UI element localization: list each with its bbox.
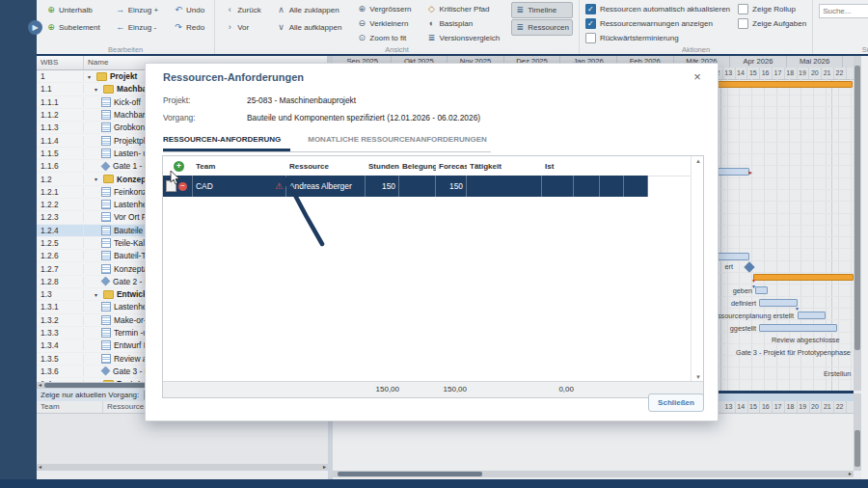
button-redo[interactable]: ↷Redo: [170, 19, 208, 36]
add-resource-icon[interactable]: +: [174, 161, 184, 172]
scroll-left-icon[interactable]: ◄: [38, 382, 42, 389]
wbs-cell: 1.2.4: [37, 226, 84, 235]
button-kritischer-pfad[interactable]: ◇Kritischer Pfad: [423, 2, 504, 15]
wbs-cell: 1.2.1: [37, 187, 84, 197]
scroll-left-icon[interactable]: ◄: [38, 464, 42, 471]
button-alle-aufklappen[interactable]: ∨Alle aufklappen: [273, 19, 346, 36]
button-vergr-ssern[interactable]: ⊕Vergrössern: [353, 2, 415, 15]
gantt-task-bar[interactable]: [759, 324, 837, 332]
checkbox-ressourcenwarnungen-anzeigen[interactable]: ✓: [585, 18, 596, 29]
week-22: 22: [833, 401, 847, 413]
button-unterhalb[interactable]: ⊕Unterhalb: [42, 2, 104, 18]
action-toggle-ressourcen-automatisch-aktualisieren[interactable]: ✓Ressourcen automatisch aktualisieren: [585, 2, 730, 15]
wbs-cell: 1.3: [37, 289, 84, 299]
gantt-task-bar[interactable]: [759, 299, 798, 307]
table-vertical-scrollbar[interactable]: ▲ ▼: [691, 156, 703, 382]
project-value: 25-083 - Maschinenbauprojekt: [247, 95, 356, 105]
indent-left-icon: ←: [116, 23, 125, 32]
gantt-milestone[interactable]: [744, 261, 754, 272]
button-zur-ck[interactable]: ‹Zurück: [221, 2, 264, 18]
row-cell-9: [600, 176, 624, 197]
button-vor[interactable]: ›Vor: [221, 19, 264, 36]
wbs-cell: 1.2.6: [37, 251, 84, 260]
week-19: 19: [797, 68, 810, 79]
expand-arrow-icon[interactable]: ▾: [95, 291, 100, 298]
button-alle-zuklappen[interactable]: ∧Alle zuklappen: [273, 2, 346, 18]
button-subelement[interactable]: ⊕Subelement: [42, 19, 104, 36]
task-icon: [101, 122, 111, 132]
checkbox-zeige-aufgaben[interactable]: [738, 18, 748, 29]
version-compare-icon: ≣: [427, 34, 437, 42]
button-ressourcen[interactable]: ≣Ressourcen: [511, 19, 573, 36]
action-toggle-r-ckw-rtsterminierung[interactable]: Rückwärtsterminierung: [585, 31, 730, 44]
expand-arrow-icon[interactable]: ▾: [88, 73, 94, 80]
expand-arrow-icon[interactable]: ▾: [95, 86, 100, 93]
week-18: 18: [784, 401, 798, 413]
row-icons-cell: −: [163, 176, 193, 197]
button-verkleinern[interactable]: ⊖Verkleinern: [353, 16, 415, 30]
gantt-vertical-scrollbar[interactable]: [854, 56, 861, 391]
button-einzug[interactable]: →Einzug +: [112, 2, 162, 18]
folder-icon: [103, 175, 114, 183]
action-toggle-zeige-aufgaben[interactable]: Zeige Aufgaben: [738, 16, 806, 30]
requirement-row[interactable]: −CAD⚠Andreas Alberger150150: [163, 176, 648, 197]
milestone-icon: [101, 277, 111, 286]
button-versionsvergleich[interactable]: ≣Versionsvergleich: [423, 31, 504, 44]
button-label: Redo: [186, 23, 204, 32]
search-input[interactable]: [819, 4, 868, 18]
action-toggle-zeige-rollup[interactable]: Zeige Rollup: [738, 2, 806, 15]
button-einzug[interactable]: ←Einzug -: [112, 19, 162, 36]
tab-ressourcen-anforderung[interactable]: RESSOURCEN-ANFORDERUNG: [163, 131, 290, 151]
remove-resource-icon[interactable]: −: [178, 182, 187, 191]
button-timeline[interactable]: ≣Timeline: [511, 2, 573, 18]
action-toggle-ressourcenwarnungen-anzeigen[interactable]: ✓Ressourcenwarnungen anzeigen: [585, 16, 730, 30]
total-hours: 150,00: [376, 385, 399, 393]
sidebar-expand-toggle-icon[interactable]: ▶: [28, 20, 42, 35]
link-arrow-icon: ▼: [751, 285, 756, 289]
wbs-cell: 1.1.4: [37, 136, 84, 146]
task-icon: [101, 149, 111, 158]
task-label: Vorgang:: [163, 113, 196, 122]
button-label: Vergrössern: [369, 5, 411, 14]
gantt-task-bar[interactable]: [798, 312, 826, 319]
tab-monatliche-ressourcenanforderungen[interactable]: MONATLICHE RESSOURCENANFORDERUNGEN: [308, 131, 497, 151]
button-label: Alle aufklappen: [289, 23, 342, 32]
button-label: Vor: [237, 23, 249, 32]
baseline-icon: ◐: [427, 19, 437, 28]
week-14: 14: [735, 401, 748, 413]
wbs-cell: 1: [37, 71, 84, 81]
timeline-icon: ≣: [515, 6, 525, 14]
week-14: 14: [735, 68, 748, 79]
button-basisplan[interactable]: ◐Basisplan: [423, 16, 504, 30]
week-17: 17: [772, 401, 785, 413]
folder-icon: [96, 72, 107, 81]
resource-list-scrollbar[interactable]: ◄ ►: [37, 464, 328, 471]
checkbox-r-ckw-rtsterminierung[interactable]: [585, 33, 596, 43]
gantt-bar-label: ggestellt: [730, 324, 756, 333]
task-name: Kick-off: [114, 97, 141, 107]
edit-icon[interactable]: [166, 180, 176, 192]
gantt-summary-bar[interactable]: [753, 274, 854, 281]
checkbox-zeige-rollup[interactable]: [738, 4, 748, 14]
scroll-right-icon[interactable]: ►: [848, 471, 853, 477]
week-15: 15: [747, 401, 761, 413]
critical-path-icon: ◇: [427, 5, 437, 14]
ribbon-group-ansicht: ‹Zurück›Vor∧Alle zuklappen∨Alle aufklapp…: [215, 0, 580, 54]
expand-arrow-icon[interactable]: ▾: [95, 176, 100, 182]
scroll-down-icon[interactable]: ▼: [695, 374, 701, 380]
histogram-horizontal-scrollbar[interactable]: ►: [333, 471, 854, 477]
task-icon: [101, 97, 111, 107]
gantt-bar-label: ert: [724, 262, 733, 271]
week-20: 20: [809, 401, 823, 413]
checkbox-ressourcen-automatisch-aktualisieren[interactable]: ✓: [585, 4, 596, 14]
button-undo[interactable]: ↶Undo: [170, 2, 208, 18]
gantt-task-bar[interactable]: [755, 286, 768, 294]
scroll-right-icon[interactable]: ►: [322, 464, 327, 471]
button-zoom-to-fit[interactable]: ⊙Zoom to fit: [353, 31, 415, 44]
close-icon[interactable]: ×: [691, 69, 704, 84]
task-icon: [101, 340, 111, 350]
histogram-vertical-scrollbar[interactable]: [854, 393, 861, 471]
close-button[interactable]: Schließen: [648, 393, 704, 412]
scroll-up-icon[interactable]: ▲: [695, 158, 701, 164]
task-icon: [101, 136, 111, 146]
